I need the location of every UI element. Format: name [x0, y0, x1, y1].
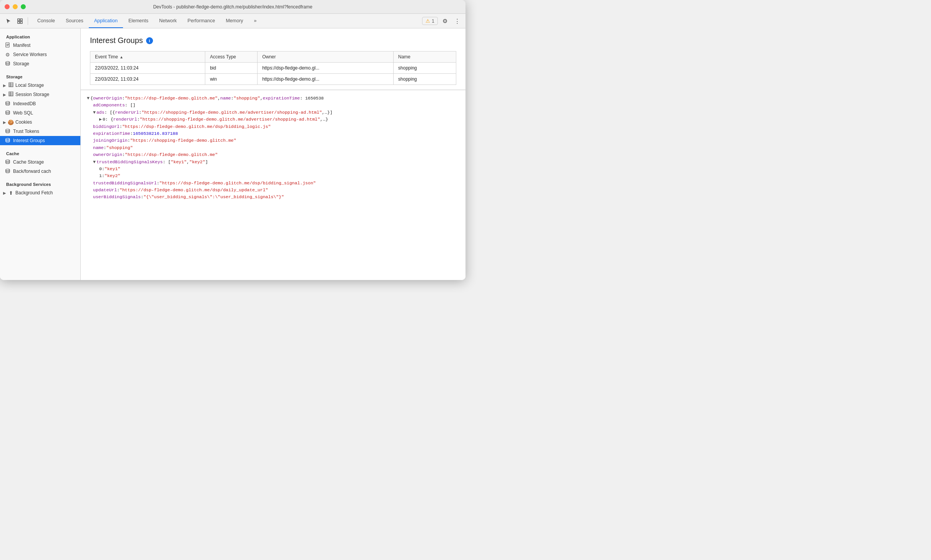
window-controls [5, 4, 26, 9]
tab-sources[interactable]: Sources [60, 14, 89, 28]
storage-app-icon [5, 61, 11, 67]
sidebar: Application Manifest ⚙ Service Workers [0, 28, 81, 280]
json-line-1: ▼ { ownerOrigin : "https://dsp-fledge-de… [87, 95, 459, 102]
local-storage-arrow: ▶ [3, 83, 6, 88]
local-storage-label: Local Storage [15, 83, 44, 88]
warning-count: 1 [432, 18, 434, 24]
json-line-10: ▼ trustedBiddingSignalsKeys : [ "key1" ,… [87, 159, 459, 166]
indexeddb-label: IndexedDB [13, 101, 36, 106]
json-line-12: 1: "key2" [87, 172, 459, 179]
cell-name-2: shopping [393, 74, 456, 85]
close-button[interactable] [5, 4, 10, 9]
minimize-button[interactable] [13, 4, 18, 9]
sidebar-item-web-sql[interactable]: Web SQL [0, 108, 80, 118]
more-options-button[interactable]: ⋮ [452, 16, 462, 27]
expand-icon-1[interactable]: ▼ [87, 95, 90, 102]
sidebar-item-interest-groups[interactable]: Interest Groups [0, 136, 80, 145]
tab-memory[interactable]: Memory [220, 14, 248, 28]
cell-name-1: shopping [393, 63, 456, 74]
settings-button[interactable]: ⚙ [439, 16, 450, 27]
sidebar-item-service-workers[interactable]: ⚙ Service Workers [0, 50, 80, 59]
table-row[interactable]: 22/03/2022, 11:03:24 win https://dsp-fle… [90, 74, 456, 85]
json-line-6: expirationTime : 1650538216.837188 [87, 130, 459, 137]
svg-point-8 [6, 61, 10, 63]
cookies-icon: 🍪 [8, 119, 14, 125]
maximize-button[interactable] [21, 4, 26, 9]
sidebar-item-session-storage[interactable]: ▶ Session Storage [0, 90, 80, 99]
json-line-13: trustedBiddingSignalsUrl : "https://dsp-… [87, 180, 459, 187]
svg-rect-2 [18, 22, 20, 23]
tab-elements[interactable]: Elements [123, 14, 154, 28]
json-line-3: ▼ ads : [{ renderUrl : "https://shopping… [87, 109, 459, 116]
json-line-15: userBiddingSignals : "{\"user_bidding_si… [87, 194, 459, 200]
back-forward-cache-icon [5, 168, 11, 175]
warning-badge[interactable]: ⚠ 1 [422, 17, 438, 25]
service-workers-icon: ⚙ [5, 52, 11, 58]
cell-event-time-1: 22/03/2022, 11:03:24 [90, 63, 205, 74]
cell-owner-1: https://dsp-fledge-demo.gl... [258, 63, 394, 74]
local-storage-icon [8, 82, 14, 88]
title-bar: DevTools - publisher-fledge-demo.glitch.… [0, 0, 466, 14]
toolbar-separator [28, 17, 28, 25]
warning-icon: ⚠ [426, 18, 430, 24]
svg-rect-3 [20, 22, 22, 23]
interest-groups-section: Interest Groups i Event Time▲ Access Typ… [81, 28, 466, 90]
ig-title: Interest Groups [90, 36, 143, 45]
cell-event-time-2: 22/03/2022, 11:03:24 [90, 74, 205, 85]
cell-access-type-1: bid [205, 63, 258, 74]
toolbar-right: ⚠ 1 ⚙ ⋮ [422, 16, 462, 27]
back-forward-cache-label: Back/forward cach [13, 169, 51, 174]
interest-groups-table: Event Time▲ Access Type Owner Name 22/03… [90, 51, 456, 85]
json-line-9: ownerOrigin : "https://dsp-fledge-demo.g… [87, 151, 459, 158]
expand-icon-10[interactable]: ▼ [93, 159, 96, 166]
web-sql-label: Web SQL [13, 110, 33, 116]
cell-access-type-2: win [205, 74, 258, 85]
sidebar-item-cache-storage[interactable]: Cache Storage [0, 157, 80, 167]
sidebar-item-back-forward-cache[interactable]: Back/forward cach [0, 167, 80, 176]
col-event-time[interactable]: Event Time▲ [90, 51, 205, 63]
tab-navigation: Console Sources Application Elements Net… [32, 14, 262, 28]
json-line-14: updateUrl : "https://dsp-fledge-demo.gli… [87, 187, 459, 194]
svg-point-21 [6, 129, 10, 131]
col-owner[interactable]: Owner [258, 51, 394, 63]
sidebar-item-background-fetch[interactable]: ▶ ⬆ Background Fetch [0, 188, 80, 197]
sidebar-section-application: Application [0, 31, 80, 41]
manifest-icon [5, 42, 11, 49]
window-title: DevTools - publisher-fledge-demo.glitch.… [153, 4, 312, 10]
expand-icon-3[interactable]: ▼ [93, 109, 96, 116]
expand-icon-4[interactable]: ▶ [99, 116, 102, 123]
inspect-icon[interactable] [15, 16, 25, 27]
table-row[interactable]: 22/03/2022, 11:03:24 bid https://dsp-fle… [90, 63, 456, 74]
sidebar-item-trust-tokens[interactable]: Trust Tokens [0, 127, 80, 136]
tab-console[interactable]: Console [32, 14, 60, 28]
service-workers-label: Service Workers [13, 52, 47, 57]
sidebar-item-manifest[interactable]: Manifest [0, 41, 80, 50]
tab-more[interactable]: » [249, 14, 262, 28]
cursor-icon[interactable] [3, 16, 14, 27]
storage-app-label: Storage [13, 61, 29, 66]
trust-tokens-icon [5, 128, 11, 135]
sidebar-item-storage-app[interactable]: Storage [0, 59, 80, 68]
tab-application[interactable]: Application [89, 14, 123, 28]
trust-tokens-label: Trust Tokens [13, 129, 39, 134]
interest-groups-icon [5, 138, 11, 144]
svg-point-24 [6, 169, 10, 171]
json-line-5: biddingUrl : "https://dsp-fledge-demo.gl… [87, 123, 459, 130]
session-storage-icon [8, 91, 14, 98]
info-icon[interactable]: i [146, 37, 153, 44]
sidebar-item-indexeddb[interactable]: IndexedDB [0, 99, 80, 108]
tab-network[interactable]: Network [154, 14, 182, 28]
manifest-label: Manifest [13, 43, 30, 48]
session-storage-arrow: ▶ [3, 93, 6, 97]
col-name[interactable]: Name [393, 51, 456, 63]
sidebar-item-local-storage[interactable]: ▶ Local Storage [0, 81, 80, 90]
cookies-arrow: ▶ [3, 120, 6, 124]
detail-panel: ▼ { ownerOrigin : "https://dsp-fledge-de… [81, 90, 466, 280]
col-access-type[interactable]: Access Type [205, 51, 258, 63]
ig-title-row: Interest Groups i [90, 36, 456, 45]
background-fetch-arrow: ▶ [3, 191, 6, 195]
sidebar-item-cookies[interactable]: ▶ 🍪 Cookies [0, 118, 80, 127]
tab-performance[interactable]: Performance [182, 14, 221, 28]
json-line-4: ▶ 0: { renderUrl : "https://shopping-fle… [87, 116, 459, 123]
web-sql-icon [5, 110, 11, 116]
